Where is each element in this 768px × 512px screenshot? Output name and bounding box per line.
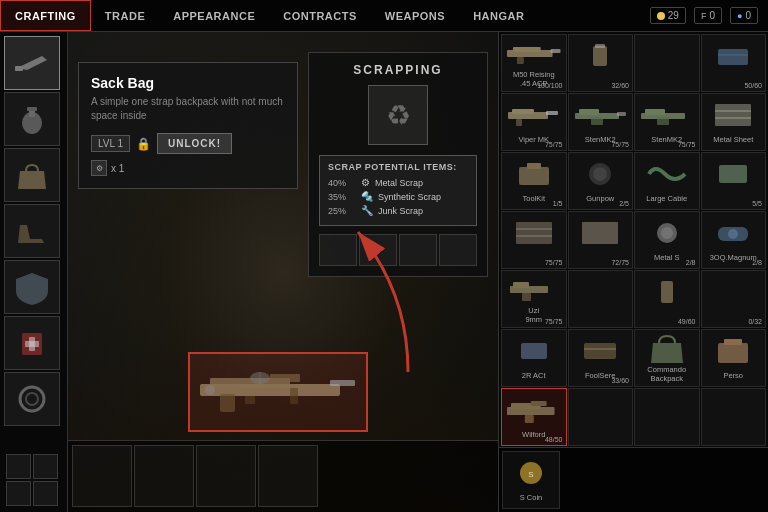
sten1-image <box>572 97 630 133</box>
bottom-slot-3[interactable] <box>196 445 256 507</box>
platinum-amount: 0 <box>745 10 751 21</box>
selected-rifle-display[interactable] <box>188 352 368 432</box>
recycle-icon: ♻ <box>386 99 411 132</box>
inv-slot-gunpow[interactable]: Gunpow 2/5 <box>568 152 634 210</box>
scrap-pct-2: 25% <box>328 206 356 216</box>
level-label: LVL 1 <box>98 138 123 149</box>
inv-slot-empty3[interactable]: 0/32 <box>701 270 767 328</box>
inv-slot-2ract[interactable]: 2R ACt <box>501 329 567 387</box>
item1-count: 50/60 <box>744 82 762 89</box>
inv-slot-viper[interactable]: Viper MK 75/75 <box>501 93 567 151</box>
inv-slot-empty6[interactable] <box>701 388 767 446</box>
nav-trade[interactable]: TRADE <box>91 0 159 31</box>
bottom-slot-4[interactable] <box>258 445 318 507</box>
mini-slot-3[interactable] <box>6 481 31 506</box>
bottom-slot-1[interactable] <box>72 445 132 507</box>
inv-slot-commando-backpack[interactable]: Commando Backpack <box>634 329 700 387</box>
silver-currency: F 0 <box>694 7 722 24</box>
nav-appearance[interactable]: APPEARANCE <box>159 0 269 31</box>
bottom-slot-2[interactable] <box>134 445 194 507</box>
sten2-image <box>638 97 696 133</box>
nav-contracts[interactable]: CONTRACTS <box>269 0 371 31</box>
svg-rect-61 <box>584 343 616 359</box>
inv-slot-sten2[interactable]: StenMK2 75/75 <box>634 93 700 151</box>
metalsheet1-name: Metal Sheet <box>713 135 753 144</box>
svg-rect-14 <box>330 380 355 386</box>
scoin-image: S <box>506 455 556 491</box>
right-panel-bottom: S S Coin <box>499 447 768 512</box>
craft-slot-med[interactable] <box>4 316 60 370</box>
center-crafting-area: Sack Bag A simple one strap backpack wit… <box>68 32 498 512</box>
craft-slot-knife[interactable] <box>4 36 60 90</box>
perso-image <box>705 333 763 369</box>
scrap-slot-4[interactable] <box>439 234 477 266</box>
svg-rect-51 <box>582 222 618 244</box>
3oq-count: 2/8 <box>752 259 762 266</box>
inv-slot-empty4[interactable] <box>568 388 634 446</box>
viper-count: 75/75 <box>545 141 563 148</box>
inv-slot-sheets-b[interactable]: 72/75 <box>568 211 634 269</box>
craft-slot-wire[interactable] <box>4 372 60 426</box>
svg-rect-31 <box>546 111 558 115</box>
inv-slot-item1[interactable]: 50/60 <box>701 34 767 92</box>
scrap-slot-2[interactable] <box>359 234 397 266</box>
svg-rect-0 <box>15 66 23 71</box>
scrap-icon-junk: 🔧 <box>361 205 373 216</box>
gold-amount: 29 <box>668 10 679 21</box>
inv-slot-sheets-a[interactable]: 75/75 <box>501 211 567 269</box>
inv-slot-perso[interactable]: Perso <box>701 329 767 387</box>
craft-slot-boots[interactable] <box>4 204 60 258</box>
craft-slot-bag[interactable] <box>4 148 60 202</box>
inv-slot-uzi[interactable]: Uzi9mm 75/75 <box>501 270 567 328</box>
svg-rect-38 <box>645 109 665 115</box>
inv-slot-m50reising[interactable]: M50 Reising.45 ACP 100/100 <box>501 34 567 92</box>
svg-text:S: S <box>528 470 533 479</box>
svg-rect-30 <box>512 109 534 114</box>
nav-hangar[interactable]: HANGAR <box>459 0 538 31</box>
inv-slot-sten1[interactable]: StenMK2 75/75 <box>568 93 634 151</box>
scrap-slot-3[interactable] <box>399 234 437 266</box>
scrap-slot-1[interactable] <box>319 234 357 266</box>
svg-rect-26 <box>595 44 605 48</box>
craft-slot-shield[interactable] <box>4 260 60 314</box>
nav-crafting[interactable]: CRAFTING <box>0 0 91 31</box>
inv-slot-largecable[interactable]: Large Cable <box>634 152 700 210</box>
craft-slot-grenade[interactable] <box>4 92 60 146</box>
nav-weapons[interactable]: WEAPONS <box>371 0 459 31</box>
inv-slot-empty2[interactable] <box>568 270 634 328</box>
metalsmall-count: 2/8 <box>686 259 696 266</box>
inv-slot-item5x5[interactable]: 5/5 <box>701 152 767 210</box>
mini-slot-4[interactable] <box>33 481 58 506</box>
scrap-icon-synthetic: 🔩 <box>361 191 373 202</box>
inv-slot-empty1[interactable] <box>634 34 700 92</box>
m50-count: 100/100 <box>537 82 562 89</box>
svg-rect-44 <box>527 163 541 169</box>
svg-point-17 <box>205 385 215 395</box>
mini-slot-1[interactable] <box>6 454 31 479</box>
inv-slot-metalsheet1[interactable]: Metal Sheet <box>701 93 767 151</box>
mini-slot-2[interactable] <box>33 454 58 479</box>
unlock-button[interactable]: UNLOCK! <box>157 133 232 154</box>
toolkit1-image <box>505 156 563 192</box>
3oq-name: 3OQ.Magnum <box>710 253 757 262</box>
svg-rect-64 <box>724 339 742 345</box>
inv-slot-ammo2[interactable]: 49/60 <box>634 270 700 328</box>
inv-slot-foolsere[interactable]: FoolSere 33/60 <box>568 329 634 387</box>
2ract-image <box>505 333 563 369</box>
svg-rect-48 <box>516 222 552 244</box>
inv-slot-ammo1[interactable]: 32/60 <box>568 34 634 92</box>
scrapping-icon-area[interactable]: ♻ <box>368 85 428 145</box>
inventory-grid: M50 Reising.45 ACP 100/100 32/60 50/60 <box>499 32 768 447</box>
inv-slot-3oq[interactable]: 3OQ.Magnum 2/8 <box>701 211 767 269</box>
scrapping-title: SCRAPPING <box>319 63 477 77</box>
inv-slot-empty5[interactable] <box>634 388 700 446</box>
perso-name: Perso <box>723 371 743 380</box>
gunpow-image <box>572 156 630 192</box>
inv-slot-scoin[interactable]: S S Coin <box>502 451 560 509</box>
inv-slot-toolkit1[interactable]: ToolKit 1/5 <box>501 152 567 210</box>
right-inventory-panel: M50 Reising.45 ACP 100/100 32/60 50/60 <box>498 32 768 512</box>
p-icon: ● <box>737 11 742 21</box>
inv-slot-metalsmall[interactable]: Metal S 2/8 <box>634 211 700 269</box>
inv-slot-wilford[interactable]: Wilford 48/50 <box>501 388 567 446</box>
wilford-count: 48/50 <box>545 436 563 443</box>
